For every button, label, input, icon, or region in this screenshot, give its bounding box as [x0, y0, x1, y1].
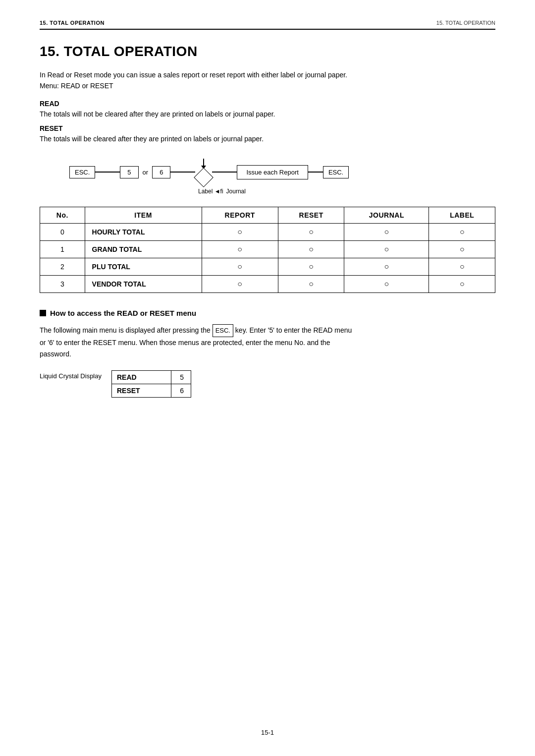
cell-label: ○: [429, 223, 495, 240]
journal-label: Journal: [226, 188, 246, 195]
table-header-row: No. ITEM REPORT RESET JOURNAL LABEL: [40, 207, 495, 223]
cell-label: ○: [429, 240, 495, 258]
col-label: LABEL: [429, 207, 495, 223]
cell-label: ○: [429, 258, 495, 275]
table-row: 1 GRAND TOTAL ○ ○ ○ ○: [40, 240, 495, 258]
section-line3: password.: [40, 350, 71, 358]
section-heading: How to access the READ or RESET menu: [40, 309, 495, 317]
section-body: The following main menu is displayed aft…: [40, 324, 495, 361]
intro-text: In Read or Reset mode you can issue a sa…: [40, 69, 495, 92]
col-report: REPORT: [202, 207, 278, 223]
lcd-name: RESET: [112, 384, 171, 398]
col-item: ITEM: [85, 207, 202, 223]
section-line2: or '6' to enter the RESET menu. When tho…: [40, 339, 330, 347]
flow-sublabels: Label ◄fi Journal: [198, 188, 495, 195]
read-section: READ The totals will not be cleared afte…: [40, 100, 495, 119]
cell-report: ○: [202, 258, 278, 275]
read-desc: The totals will not be cleared after the…: [40, 109, 495, 119]
section-line1-post: key. Enter '5' to enter the READ menu: [233, 326, 352, 334]
table-row: 2 PLU TOTAL ○ ○ ○ ○: [40, 258, 495, 275]
lcd-num: 6: [171, 384, 191, 398]
col-reset: RESET: [278, 207, 344, 223]
square-bullet-icon: [40, 310, 46, 316]
cell-no: 2: [40, 258, 85, 275]
num5-box: 5: [120, 166, 138, 178]
flow-diamond: [194, 168, 214, 187]
cell-report: ○: [202, 240, 278, 258]
cell-no: 0: [40, 223, 85, 240]
lcd-table: READ 5 RESET 6: [111, 370, 191, 398]
cell-no: 3: [40, 275, 85, 292]
flow-line-4: [308, 172, 323, 173]
esc-box-1: ESC.: [69, 166, 95, 178]
num6-box: 6: [152, 166, 170, 178]
issue-report-box: Issue each Report: [237, 165, 308, 179]
diamond-section: [195, 159, 212, 186]
flow-line-2: [170, 172, 195, 173]
section-line1-pre: The following main menu is displayed aft…: [40, 326, 213, 334]
lcd-row: RESET 6: [112, 384, 191, 398]
cell-journal: ○: [344, 258, 429, 275]
header-left: 15. TOTAL OPERATION: [40, 20, 105, 26]
esc-key-inline: ESC.: [213, 324, 233, 337]
lcd-row: READ 5: [112, 371, 191, 384]
cell-reset: ○: [278, 258, 344, 275]
lcd-label: Liquid Crystal Display: [40, 370, 102, 380]
cell-reset: ○: [278, 240, 344, 258]
col-journal: JOURNAL: [344, 207, 429, 223]
reset-section: RESET The totals will be cleared after t…: [40, 124, 495, 144]
chapter-title: 15. TOTAL OPERATION: [40, 44, 495, 59]
flow-diagram: ESC. 5 or 6 Issue each Report: [69, 159, 495, 195]
cell-report: ○: [202, 223, 278, 240]
lcd-section: Liquid Crystal Display READ 5 RESET 6: [40, 370, 495, 398]
cell-journal: ○: [344, 223, 429, 240]
cell-item: GRAND TOTAL: [85, 240, 202, 258]
lcd-name: READ: [112, 371, 171, 384]
cell-journal: ○: [344, 240, 429, 258]
table-row: 3 VENDOR TOTAL ○ ○ ○ ○: [40, 275, 495, 292]
page-number: 15-1: [261, 729, 274, 736]
or-text: or: [143, 169, 149, 176]
page-header: 15. TOTAL OPERATION 15. TOTAL OPERATION: [40, 20, 495, 30]
col-no: No.: [40, 207, 85, 223]
flow-line-1: [95, 172, 120, 173]
section-heading-text: How to access the READ or RESET menu: [50, 309, 196, 317]
read-label: READ: [40, 100, 495, 108]
flow-line-3: [212, 172, 237, 173]
page: 15. TOTAL OPERATION 15. TOTAL OPERATION …: [0, 0, 535, 756]
cell-label: ○: [429, 275, 495, 292]
esc-box-2: ESC.: [323, 166, 349, 178]
cell-item: PLU TOTAL: [85, 258, 202, 275]
cell-reset: ○: [278, 223, 344, 240]
down-arrow-line: [203, 159, 204, 166]
cell-report: ○: [202, 275, 278, 292]
cell-reset: ○: [278, 275, 344, 292]
main-table: No. ITEM REPORT RESET JOURNAL LABEL 0 HO…: [40, 207, 495, 293]
reset-desc: The totals will be cleared after they ar…: [40, 133, 495, 144]
page-footer: 15-1: [0, 729, 535, 736]
cell-item: VENDOR TOTAL: [85, 275, 202, 292]
lcd-num: 5: [171, 371, 191, 384]
table-row: 0 HOURLY TOTAL ○ ○ ○ ○: [40, 223, 495, 240]
reset-label: RESET: [40, 124, 495, 132]
label-fi: Label ◄fi: [198, 188, 223, 195]
cell-no: 1: [40, 240, 85, 258]
cell-journal: ○: [344, 275, 429, 292]
diamond-wrap: [195, 169, 212, 186]
header-right: 15. TOTAL OPERATION: [436, 20, 495, 26]
cell-item: HOURLY TOTAL: [85, 223, 202, 240]
